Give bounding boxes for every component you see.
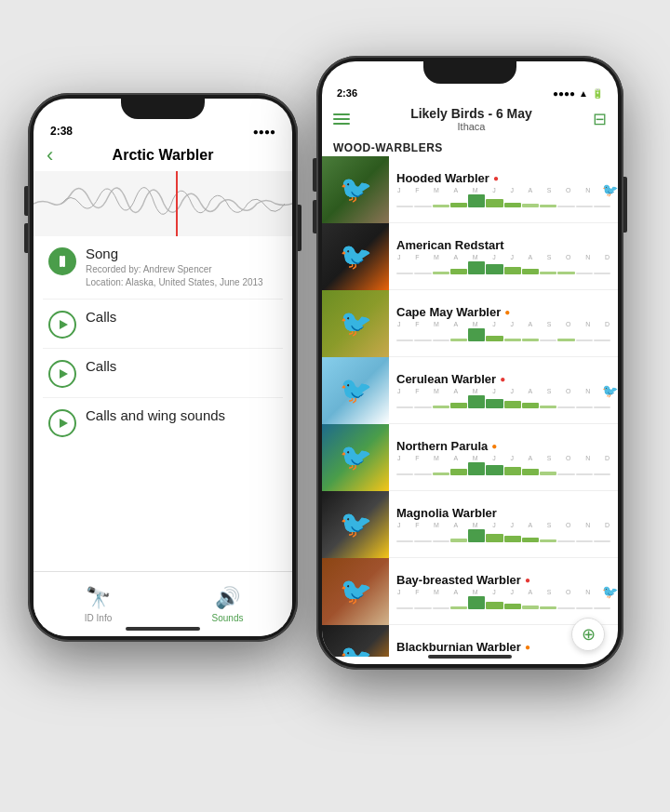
play-button-calls1[interactable]	[48, 311, 76, 339]
bar-seg-redstart-7	[522, 269, 539, 274]
audio-meta-song-1: Recorded by: Andrew Spencer	[86, 263, 277, 276]
time-right: 2:36	[337, 87, 357, 99]
bird-photo-cerulean: 🐦	[322, 357, 389, 424]
bar-seg-magnolia-8	[540, 539, 556, 542]
bar-seg-nparula-9	[557, 473, 574, 475]
bar-seg-magnolia-1	[414, 540, 431, 542]
signal-icon: ●●●●	[553, 88, 575, 99]
bar-seg-cerulean-3	[450, 403, 467, 408]
bar-seg-nparula-10	[576, 473, 593, 475]
dot-red-baybreast: ●	[525, 575, 530, 585]
playback-cursor	[176, 171, 178, 236]
month-labels-nparula: JFMAMJJASOND	[396, 455, 610, 461]
bird-photo-baybreast: 🐦	[322, 558, 389, 625]
audio-info-song: Song Recorded by: Andrew Spencer Locatio…	[86, 246, 277, 289]
phone-left-header: ‹ Arctic Warbler	[34, 143, 292, 171]
bird-name-magnolia: Magnolia Warbler	[396, 506, 497, 520]
bird-info-hooded: Hooded Warbler●JFMAMJJASOND	[389, 167, 618, 211]
bar-seg-hooded-2	[433, 205, 449, 207]
bird-photo-nparula: 🐦	[322, 424, 389, 491]
bar-seg-magnolia-9	[557, 540, 574, 542]
audio-info-calls1: Calls	[86, 309, 277, 326]
bar-seg-baybreast-7	[522, 606, 539, 609]
bird-silhouette-cerulean: 🐦	[602, 383, 618, 398]
bar-seg-redstart-10	[576, 273, 593, 274]
volume-down-button[interactable]	[24, 223, 28, 253]
bar-seg-capemay-3	[450, 339, 467, 341]
month-chart-hooded: JFMAMJJASOND	[396, 187, 610, 207]
bird-list-item-redstart[interactable]: 🐦American RedstartJFMAMJJASOND	[322, 223, 618, 290]
battery-icon: 🔋	[592, 88, 603, 99]
bar-seg-capemay-4	[468, 328, 485, 341]
bar-seg-cerulean-5	[486, 399, 502, 408]
month-labels-cerulean: JFMAMJJASOND	[396, 388, 610, 394]
filter-icon[interactable]: ⊟	[593, 109, 607, 129]
bird-photo-inner-capemay: 🐦	[322, 290, 389, 357]
bar-seg-magnolia-5	[486, 534, 502, 542]
bar-seg-nparula-1	[414, 473, 431, 475]
power-button[interactable]	[298, 205, 302, 251]
bar-seg-nparula-8	[540, 472, 556, 475]
audio-item-calls-wing[interactable]: Calls and wing sounds	[43, 398, 283, 446]
audio-item-song[interactable]: Song Recorded by: Andrew Spencer Locatio…	[43, 236, 283, 300]
sounds-icon: 🔊	[215, 586, 240, 610]
bird-list-item-cerulean[interactable]: 🐦Cerulean Warbler●JFMAMJJASOND🐦	[322, 357, 618, 424]
volume-up-button[interactable]	[24, 186, 28, 216]
bird-list: 🐦Hooded Warbler●JFMAMJJASOND🐦🐦American R…	[322, 156, 618, 657]
bar-seg-redstart-1	[414, 273, 431, 274]
audio-info-calls-wing: Calls and wing sounds	[86, 407, 277, 425]
audio-item-calls1[interactable]: Calls	[43, 300, 283, 349]
bird-name-hooded: Hooded Warbler	[396, 171, 489, 185]
bar-row-nparula	[396, 462, 610, 475]
bar-seg-redstart-3	[450, 269, 467, 274]
volume-down-button-right[interactable]	[313, 200, 316, 233]
month-chart-magnolia: JFMAMJJASOND	[396, 522, 610, 542]
audio-item-calls2[interactable]: Calls	[43, 349, 283, 398]
bar-seg-magnolia-10	[576, 540, 593, 542]
bar-seg-cerulean-10	[576, 406, 593, 408]
bird-name-cerulean: Cerulean Warbler	[396, 372, 496, 386]
bird-list-item-magnolia[interactable]: 🐦Magnolia WarblerJFMAMJJASOND	[322, 491, 618, 558]
bird-name-row-capemay: Cape May Warbler●	[396, 305, 610, 319]
bar-seg-capemay-1	[414, 339, 431, 341]
back-button[interactable]: ‹	[47, 143, 53, 167]
time-left: 2:38	[50, 125, 73, 138]
bar-seg-nparula-6	[504, 467, 521, 475]
bird-name-redstart: American Redstart	[396, 238, 504, 252]
bar-seg-magnolia-0	[396, 540, 413, 542]
bird-name-row-cerulean: Cerulean Warbler●	[396, 372, 610, 386]
bird-photo-inner-redstart: 🐦	[322, 223, 389, 290]
month-labels-hooded: JFMAMJJASOND	[396, 187, 610, 193]
play-button-calls2[interactable]	[48, 360, 76, 388]
volume-up-button-right[interactable]	[313, 158, 316, 192]
bar-seg-hooded-7	[522, 204, 539, 207]
bird-info-cerulean: Cerulean Warbler●JFMAMJJASOND	[389, 368, 618, 412]
power-button-right[interactable]	[623, 177, 627, 233]
hamburger-menu[interactable]	[333, 113, 350, 125]
bird-list-item-capemay[interactable]: 🐦Cape May Warbler●JFMAMJJASOND	[322, 290, 618, 357]
bird-silhouette-baybreast: 🐦	[602, 584, 618, 599]
tab-id-info-label: ID Info	[85, 613, 112, 623]
bird-photo-inner-cerulean: 🐦	[322, 357, 389, 424]
hamburger-line-1	[333, 113, 350, 115]
audio-info-calls2: Calls	[86, 358, 277, 376]
waveform-display[interactable]	[34, 171, 292, 236]
wifi-icon: ▲	[579, 88, 588, 99]
location-button[interactable]: ⊕	[571, 618, 605, 651]
month-labels-baybreast: JFMAMJJASOND	[396, 589, 610, 595]
hamburger-line-2	[333, 118, 350, 120]
page-title-left: Arctic Warbler	[48, 147, 277, 164]
play-button-calls-wing[interactable]	[48, 409, 76, 437]
bar-seg-magnolia-6	[504, 536, 521, 542]
bird-name-capemay: Cape May Warbler	[396, 305, 501, 319]
home-indicator-right	[428, 655, 512, 659]
bird-list-item-baybreast[interactable]: 🐦Bay-breasted Warbler●JFMAMJJASOND🐦	[322, 558, 618, 625]
bar-seg-baybreast-9	[557, 607, 574, 609]
audio-list: Song Recorded by: Andrew Spencer Locatio…	[34, 236, 292, 446]
bar-seg-baybreast-2	[433, 607, 449, 609]
pause-button-song[interactable]	[48, 247, 76, 275]
bird-name-row-baybreast: Bay-breasted Warbler●	[396, 573, 610, 587]
bird-list-item-nparula[interactable]: 🐦Northern Parula●JFMAMJJASOND	[322, 424, 618, 491]
bird-list-item-hooded[interactable]: 🐦Hooded Warbler●JFMAMJJASOND🐦	[322, 156, 618, 223]
status-icons-right: ●●●● ▲ 🔋	[553, 88, 603, 99]
